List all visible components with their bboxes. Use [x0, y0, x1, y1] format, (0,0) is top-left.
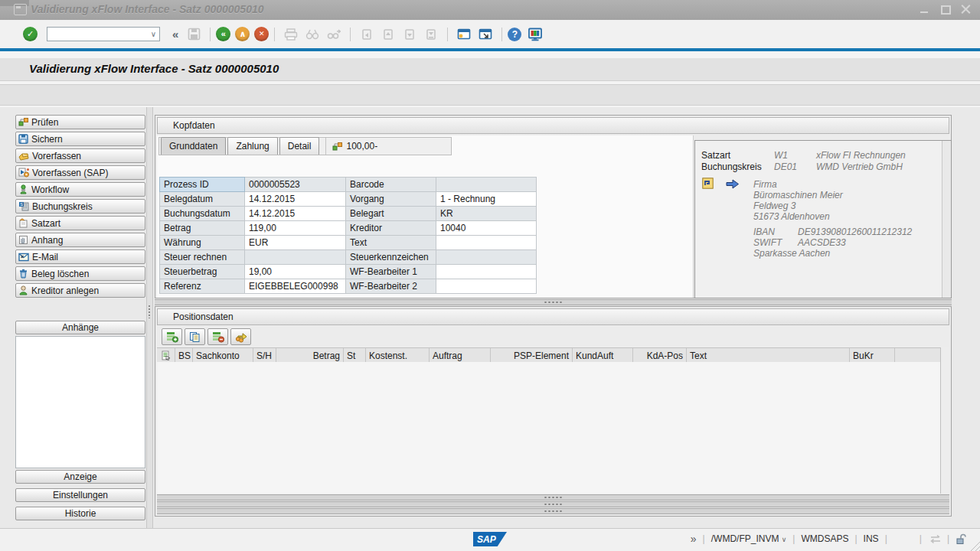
enter-button[interactable]: ✓ — [23, 27, 38, 41]
sidebar-button-anhang[interactable]: Anhang — [15, 233, 145, 247]
column-header[interactable]: KundAuft — [573, 348, 633, 363]
horizontal-splitter[interactable] — [155, 299, 952, 305]
column-header[interactable]: Text — [687, 348, 850, 363]
workflow-icon — [18, 184, 28, 194]
iban-label: IBAN — [753, 227, 798, 237]
collapse-icon[interactable]: « — [172, 28, 178, 41]
vorgang-field[interactable]: 1 - Rechnung — [436, 192, 537, 207]
save-button[interactable] — [186, 27, 201, 42]
transaction-field[interactable]: /WMD/FP_INVM ∨ — [711, 533, 787, 544]
minimize-button[interactable] — [920, 5, 929, 14]
sidebar-button-kreditor-anlegen[interactable]: Kreditor anlegen — [15, 283, 145, 298]
arrows-swap-icon — [928, 534, 941, 544]
bottom-splitter[interactable] — [157, 501, 949, 507]
new-session-button[interactable] — [456, 27, 472, 42]
historie-button[interactable]: Historie — [15, 507, 145, 520]
tab-detail[interactable]: Detail — [279, 137, 320, 155]
sidebar-splitter[interactable] — [146, 107, 153, 528]
positions-scrollbar[interactable] — [940, 347, 949, 494]
barcode-field[interactable] — [436, 178, 537, 192]
tab-grunddaten[interactable]: Grunddaten — [161, 137, 226, 155]
einstellungen-button[interactable]: Einstellungen — [15, 488, 145, 502]
find-next-button[interactable] — [326, 27, 341, 42]
vendor-display-button[interactable] — [702, 178, 714, 189]
column-header[interactable]: Sachkonto — [193, 348, 253, 363]
sidebar-button-workflow[interactable]: Workflow — [15, 182, 145, 197]
create-shortcut-button[interactable] — [478, 27, 493, 42]
positions-table-body[interactable] — [157, 362, 940, 494]
last-page-button[interactable] — [423, 27, 439, 42]
save-icon — [18, 134, 28, 144]
column-header[interactable]: Kostenst. — [366, 348, 430, 363]
bottom-splitter[interactable] — [157, 508, 949, 514]
bottom-splitter[interactable] — [157, 494, 949, 500]
betrag-field[interactable]: 119,00 — [245, 221, 346, 236]
sidebar-button-beleg-loeschen[interactable]: Beleg löschen — [15, 266, 145, 281]
interaction-log-icon[interactable] — [928, 533, 941, 544]
display-icon — [702, 178, 714, 189]
column-header[interactable]: Betrag — [276, 348, 344, 363]
sidebar-button-pruefen[interactable]: Prüfen — [15, 115, 145, 129]
print-button[interactable] — [283, 27, 299, 42]
steuer-rechnen-field[interactable] — [245, 250, 346, 265]
maximize-button[interactable] — [940, 5, 950, 14]
text-field[interactable] — [436, 236, 537, 250]
belegart-field[interactable]: KR — [436, 207, 537, 221]
transfer-vendor-button[interactable] — [726, 178, 740, 189]
cancel-button[interactable]: ✕ — [254, 27, 269, 41]
field-label: Belegdatum — [160, 192, 245, 207]
waehrung-field[interactable]: EUR — [245, 236, 346, 250]
vendor-address: Firma Büromaschinen Meier Feldweg 3 5167… — [753, 179, 843, 222]
column-header-filler — [895, 348, 940, 363]
next-page-button[interactable] — [402, 27, 417, 42]
copy-button[interactable] — [185, 328, 205, 345]
find-button[interactable] — [305, 27, 320, 42]
back-button[interactable]: « — [216, 27, 230, 41]
column-header[interactable]: BuKr — [850, 348, 895, 363]
row-select-column[interactable] — [157, 348, 175, 363]
delete-row-button[interactable] — [207, 328, 228, 345]
attachments-header[interactable]: Anhänge — [15, 321, 145, 334]
sidebar-button-vorerfassen-sap[interactable]: Vorerfassen (SAP) — [15, 165, 145, 180]
customize-layout-button[interactable] — [528, 27, 543, 42]
anzeige-button[interactable]: Anzeige — [15, 470, 145, 484]
sidebar-button-sichern[interactable]: Sichern — [15, 132, 145, 146]
close-button[interactable] — [961, 5, 971, 14]
first-page-button[interactable] — [359, 27, 374, 42]
binoculars-next-icon — [327, 28, 341, 41]
column-header[interactable]: BS — [175, 348, 193, 363]
kreditor-field[interactable]: 10040 — [436, 221, 537, 236]
sidebar-button-email[interactable]: E-Mail — [15, 249, 145, 264]
wf-bearbeiter1-field[interactable] — [436, 265, 537, 279]
steuerkennzeichen-field[interactable] — [436, 250, 537, 265]
buchungsdatum-field[interactable]: 14.12.2015 — [245, 207, 346, 221]
column-header[interactable]: S/H — [253, 348, 276, 363]
steuerbetrag-field[interactable]: 19,00 — [245, 265, 346, 279]
lock-icon[interactable] — [956, 533, 966, 544]
sidebar-button-buchungskreis[interactable]: S Buchungskreis — [15, 199, 145, 214]
sidebar-button-vorerfassen[interactable]: Vorerfassen — [15, 148, 145, 163]
help-button[interactable]: ? — [508, 28, 521, 41]
sidebar-button-satzart[interactable]: Satzart — [15, 216, 145, 230]
exit-button[interactable]: ∧ — [235, 27, 250, 41]
column-header[interactable]: KdA-Pos — [633, 348, 687, 363]
previous-page-button[interactable] — [381, 27, 396, 42]
insert-mode-indicator[interactable]: INS — [864, 533, 879, 544]
column-header[interactable]: Auftrag — [430, 348, 491, 363]
prozess-id-field[interactable]: 0000005523 — [245, 178, 346, 192]
belegdatum-field[interactable]: 14.12.2015 — [245, 192, 346, 207]
status-overflow-button[interactable]: » — [691, 533, 697, 545]
attachments-list[interactable] — [15, 336, 145, 468]
command-field[interactable]: ∨ — [47, 27, 160, 41]
transfer-button[interactable] — [230, 328, 251, 345]
sidebar-label: Workflow — [31, 184, 69, 195]
tab-zahlung[interactable]: Zahlung — [227, 137, 277, 155]
monitor-icon — [528, 28, 543, 41]
column-header[interactable]: St — [344, 348, 366, 363]
info-panel-scrollbar[interactable] — [942, 141, 951, 298]
previous-page-icon — [382, 28, 394, 41]
referenz-field[interactable]: EIGEBBELEG000998 — [245, 279, 346, 294]
wf-bearbeiter2-field[interactable] — [436, 279, 537, 294]
column-header[interactable]: PSP-Element — [491, 348, 573, 363]
insert-row-button[interactable] — [162, 328, 182, 345]
